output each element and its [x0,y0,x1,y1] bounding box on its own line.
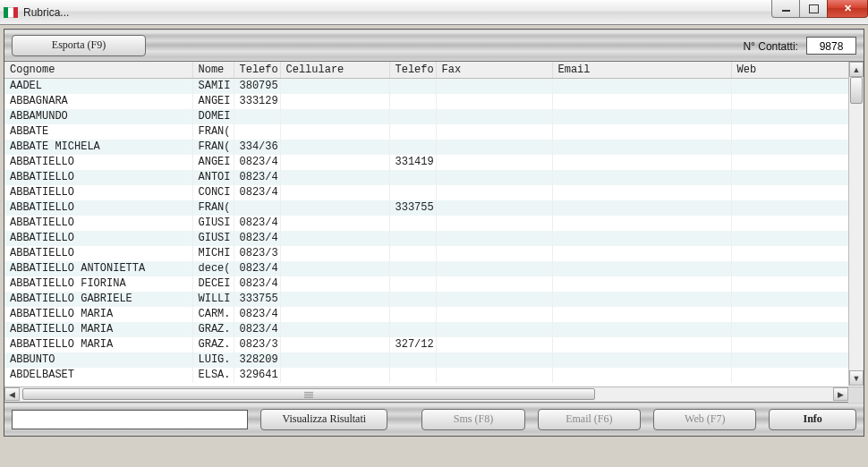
cell-email[interactable] [552,261,731,276]
cell-cell[interactable] [280,94,389,109]
cell-tel1[interactable] [234,200,280,216]
col-header-fax[interactable]: Fax [436,62,552,79]
cell-tel1[interactable]: 0823/3 [234,337,280,352]
cell-fax[interactable] [436,79,552,94]
cell-tel2[interactable]: 333755 [389,200,436,216]
cell-cell[interactable] [280,246,389,261]
scroll-up-icon[interactable]: ▲ [849,62,864,77]
cell-web[interactable] [731,79,862,94]
cell-nome[interactable]: dece( [192,261,234,276]
cell-tel2[interactable] [389,322,436,337]
cell-tel2[interactable] [389,185,436,200]
cell-tel2[interactable]: 327/12 [389,337,436,352]
cell-nome[interactable]: GIUSI [192,231,234,246]
cell-tel1[interactable] [234,109,280,124]
cell-tel2[interactable] [389,140,436,155]
table-row[interactable]: ABBUNTOLUIG.328209 [4,352,862,368]
table-row[interactable]: ABBATEFRAN( [4,124,862,140]
cell-cell[interactable] [280,200,389,216]
cell-fax[interactable] [436,292,552,307]
cell-fax[interactable] [436,216,552,231]
horizontal-scrollbar[interactable]: ◀ ▶ [4,386,864,402]
scroll-right-icon[interactable]: ▶ [833,387,848,401]
cell-email[interactable] [552,124,731,140]
cell-web[interactable] [731,94,862,109]
cell-nome[interactable]: WILLI [192,292,234,307]
cell-tel1[interactable]: 0823/3 [234,246,280,261]
cell-tel1[interactable]: 333129 [234,94,280,109]
vscroll-track[interactable] [849,77,864,370]
search-input[interactable] [12,410,248,429]
cell-fax[interactable] [436,94,552,109]
cell-email[interactable] [552,337,731,352]
cell-tel2[interactable] [389,261,436,276]
cell-cognome[interactable]: ABBATIELLO [4,155,192,170]
cell-web[interactable] [731,231,862,246]
cell-tel1[interactable]: 328209 [234,352,280,368]
cell-nome[interactable]: GRAZ. [192,322,234,337]
cell-email[interactable] [552,231,731,246]
cell-tel1[interactable] [234,124,280,140]
cell-nome[interactable]: CONCI [192,185,234,200]
cell-web[interactable] [731,261,862,276]
cell-email[interactable] [552,140,731,155]
table-row[interactable]: ABBATIELLOFRAN(333755 [4,200,862,216]
cell-fax[interactable] [436,124,552,140]
cell-fax[interactable] [436,261,552,276]
cell-tel2[interactable] [389,109,436,124]
cell-tel2[interactable] [389,79,436,94]
cell-cell[interactable] [280,307,389,322]
cell-nome[interactable]: FRAN( [192,140,234,155]
cell-cognome[interactable]: ABBATIELLO MARIA [4,337,192,352]
hscroll-thumb[interactable] [22,388,595,400]
cell-nome[interactable]: LUIG. [192,352,234,368]
cell-nome[interactable]: FRAN( [192,200,234,216]
cell-web[interactable] [731,170,862,185]
cell-cognome[interactable]: ABBATIELLO ANTONIETTA [4,261,192,276]
cell-web[interactable] [731,109,862,124]
cell-email[interactable] [552,216,731,231]
cell-email[interactable] [552,155,731,170]
cell-nome[interactable]: ANGEI [192,94,234,109]
col-header-telefono1[interactable]: Telefo [234,62,280,79]
export-button[interactable]: Esporta (F9) [12,35,146,56]
cell-cell[interactable] [280,261,389,276]
scroll-down-icon[interactable]: ▼ [849,370,864,386]
cell-tel1[interactable]: 0823/4 [234,307,280,322]
cell-cell[interactable] [280,170,389,185]
cell-fax[interactable] [436,185,552,200]
cell-tel1[interactable]: 333755 [234,292,280,307]
cell-cognome[interactable]: AADEL [4,79,192,94]
info-button[interactable]: Info [769,409,856,430]
cell-web[interactable] [731,200,862,216]
cell-cell[interactable] [280,276,389,292]
cell-cognome[interactable]: ABBATIELLO [4,216,192,231]
cell-fax[interactable] [436,368,552,383]
cell-tel1[interactable]: 0823/4 [234,322,280,337]
close-button[interactable] [827,0,868,18]
cell-cognome[interactable]: ABBATIELLO [4,185,192,200]
cell-web[interactable] [731,352,862,368]
cell-fax[interactable] [436,307,552,322]
cell-fax[interactable] [436,231,552,246]
cell-cell[interactable] [280,109,389,124]
cell-cognome[interactable]: ABBATIELLO MARIA [4,307,192,322]
table-row[interactable]: AADELSAMII380795 [4,79,862,94]
cell-nome[interactable]: FRAN( [192,124,234,140]
table-row[interactable]: ABBATIELLO MARIAGRAZ.0823/4 [4,322,862,337]
cell-tel1[interactable]: 0823/4 [234,155,280,170]
cell-cognome[interactable]: ABBATE MICHELA [4,140,192,155]
col-header-nome[interactable]: Nome [192,62,234,79]
cell-cognome[interactable]: ABBATE [4,124,192,140]
cell-cell[interactable] [280,322,389,337]
cell-tel1[interactable]: 0823/4 [234,170,280,185]
cell-nome[interactable]: GRAZ. [192,337,234,352]
cell-fax[interactable] [436,246,552,261]
table-row[interactable]: ABBAMUNDODOMEI [4,109,862,124]
cell-cognome[interactable]: ABBATIELLO [4,231,192,246]
contacts-table[interactable]: Cognome Nome Telefo Cellulare Telefo Fax… [4,62,863,383]
cell-nome[interactable]: ANTOI [192,170,234,185]
cell-cognome[interactable]: ABBATIELLO FIORINA [4,276,192,292]
cell-fax[interactable] [436,155,552,170]
cell-nome[interactable]: GIUSI [192,216,234,231]
